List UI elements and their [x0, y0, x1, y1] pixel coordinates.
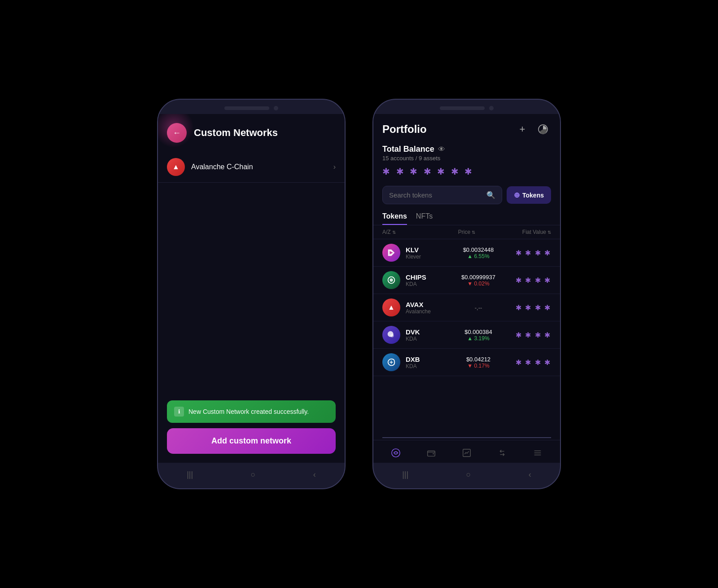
search-input[interactable]	[389, 191, 483, 199]
dvk-logo	[382, 326, 400, 344]
nav-back-icon: ‹	[313, 470, 316, 479]
add-custom-network-button[interactable]: Add custom network	[167, 428, 336, 454]
dxb-symbol: DXB	[406, 355, 451, 363]
table-header: A/Z ⇅ Price ⇅ Fiat Value ⇅	[373, 225, 560, 239]
tokens-button[interactable]: ⊕ Tokens	[507, 186, 551, 204]
dxb-price: $0.04212	[451, 356, 507, 363]
avax-symbol: AVAX	[406, 301, 451, 308]
sort-icon-fiat: ⇅	[547, 230, 551, 235]
bottom-nav	[373, 440, 560, 463]
add-icon-button[interactable]: +	[514, 121, 530, 137]
klv-fiat: ✱ ✱ ✱ ✱	[506, 249, 551, 257]
klv-price-col: $0.0032448 ▲ 6.55%	[451, 246, 507, 259]
avax-name: Avalanche	[406, 308, 451, 315]
avax-price: -,--	[451, 304, 507, 311]
search-bar-row: 🔍 ⊕ Tokens	[373, 181, 560, 209]
token-row-chips[interactable]: CHIPS KDA $0.00999937 ▼ 0.02% ✱ ✱ ✱ ✱	[373, 267, 560, 294]
avax-info: AVAX Avalanche	[406, 301, 451, 315]
tab-tokens[interactable]: Tokens	[382, 209, 407, 225]
toast-text: New Custom Network created successfully.	[188, 408, 309, 415]
token-list: KLV Klever $0.0032448 ▲ 6.55% ✱ ✱ ✱ ✱ CH…	[373, 239, 560, 435]
dvk-fiat: ✱ ✱ ✱ ✱	[506, 331, 551, 339]
chips-change: ▼ 0.02%	[451, 281, 507, 287]
dvk-symbol: DVK	[406, 328, 451, 336]
avax-logo-icon: ▲	[172, 163, 180, 171]
svg-point-5	[391, 449, 399, 457]
back-arrow-icon: ←	[173, 128, 181, 138]
custom-networks-header: ← Custom Networks	[158, 114, 345, 152]
chips-logo	[382, 271, 400, 289]
nav-chart-icon[interactable]	[459, 445, 475, 461]
dxb-price-col: $0.04212 ▼ 0.17%	[451, 356, 507, 369]
tabs-row: Tokens NFTs	[373, 209, 560, 225]
avax-token-logo: ▲	[382, 298, 400, 316]
left-phone-content: ← Custom Networks ▲ Avalanche C-Chain › …	[158, 114, 345, 463]
left-phone-top-bar	[158, 100, 345, 114]
chips-price-col: $0.00999937 ▼ 0.02%	[451, 274, 507, 287]
chips-symbol: CHIPS	[406, 273, 451, 281]
dxb-logo	[382, 353, 400, 371]
back-button[interactable]: ←	[167, 123, 187, 143]
search-input-wrapper: 🔍	[382, 186, 502, 204]
eye-icon[interactable]: 👁	[438, 145, 445, 154]
chips-name: KDA	[406, 281, 451, 287]
token-row-avax[interactable]: ▲ AVAX Avalanche -,-- ✱ ✱ ✱ ✱	[373, 294, 560, 321]
dvk-change: ▲ 3.19%	[451, 335, 507, 342]
success-toast: ℹ New Custom Network created successfull…	[167, 400, 336, 423]
right-phone-content: Portfolio + Total Balance 👁 15 accounts …	[373, 114, 560, 463]
token-row-klv[interactable]: KLV Klever $0.0032448 ▲ 6.55% ✱ ✱ ✱ ✱	[373, 239, 560, 267]
dxb-fiat: ✱ ✱ ✱ ✱	[506, 358, 551, 367]
portfolio-header: Portfolio +	[373, 114, 560, 143]
right-phone-bottom-bar: ||| ○ ‹	[373, 463, 560, 488]
left-phone: ← Custom Networks ▲ Avalanche C-Chain › …	[157, 99, 346, 489]
nav-swap-icon[interactable]	[494, 445, 510, 461]
avax-price-col: -,--	[451, 304, 507, 311]
nav-wallet-icon[interactable]	[423, 445, 439, 461]
network-name: Avalanche C-Chain	[191, 163, 333, 171]
svg-point-7	[433, 453, 434, 454]
col-header-az[interactable]: A/Z ⇅	[382, 229, 434, 235]
dxb-info: DXB KDA	[406, 355, 451, 369]
chips-fiat: ✱ ✱ ✱ ✱	[506, 276, 551, 285]
balance-label: Total Balance	[382, 145, 434, 154]
portfolio-title: Portfolio	[382, 123, 510, 136]
avax-fiat: ✱ ✱ ✱ ✱	[506, 303, 551, 312]
dxb-change: ▼ 0.17%	[451, 363, 507, 369]
info-icon: ℹ	[174, 407, 184, 417]
chips-info: CHIPS KDA	[406, 273, 451, 287]
search-icon: 🔍	[486, 191, 495, 199]
nav-lines-icon: |||	[187, 470, 193, 479]
nav-home-icon: ○	[251, 470, 256, 479]
klv-name: Klever	[406, 254, 451, 260]
dvk-price: $0.000384	[451, 329, 507, 335]
right-nav-home-icon: ○	[466, 470, 471, 479]
svg-point-2	[390, 278, 393, 281]
col-header-price[interactable]: Price ⇅	[434, 229, 499, 235]
right-phone-camera	[489, 106, 494, 110]
svg-point-4	[390, 334, 394, 337]
balance-sub: 15 accounts / 9 assets	[382, 155, 551, 162]
dvk-info: DVK KDA	[406, 328, 451, 342]
klv-info: KLV Klever	[406, 246, 451, 260]
sort-icon-az: ⇅	[392, 230, 396, 235]
chart-icon-button[interactable]	[535, 121, 551, 137]
right-nav-lines-icon: |||	[402, 470, 408, 479]
balance-section: Total Balance 👁 15 accounts / 9 assets ✱…	[373, 143, 560, 181]
klv-logo	[382, 244, 400, 262]
right-phone-notch	[440, 106, 485, 110]
balance-label-row: Total Balance 👁	[382, 145, 551, 154]
nav-menu-icon[interactable]	[530, 445, 546, 461]
spacer	[158, 183, 345, 400]
sort-icon-price: ⇅	[472, 230, 475, 235]
col-header-fiat[interactable]: Fiat Value ⇅	[499, 229, 551, 235]
left-phone-bottom-bar: ||| ○ ‹	[158, 463, 345, 488]
dvk-price-col: $0.000384 ▲ 3.19%	[451, 329, 507, 342]
network-item-avalanche[interactable]: ▲ Avalanche C-Chain ›	[158, 152, 345, 183]
phone-camera	[274, 106, 278, 110]
tab-nfts[interactable]: NFTs	[416, 209, 433, 225]
right-nav-back-icon: ‹	[529, 470, 531, 479]
nav-portfolio-icon[interactable]	[388, 445, 404, 461]
token-row-dvk[interactable]: DVK KDA $0.000384 ▲ 3.19% ✱ ✱ ✱ ✱	[373, 321, 560, 349]
dxb-name: KDA	[406, 363, 451, 369]
token-row-dxb[interactable]: DXB KDA $0.04212 ▼ 0.17% ✱ ✱ ✱ ✱	[373, 349, 560, 376]
